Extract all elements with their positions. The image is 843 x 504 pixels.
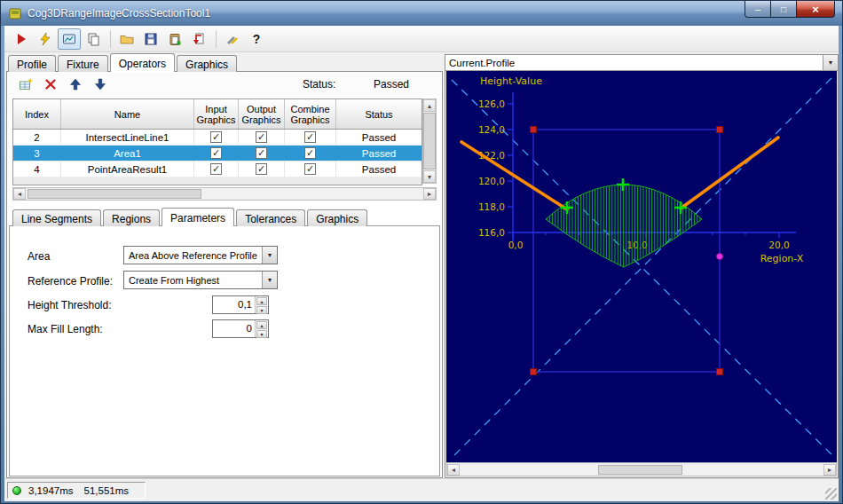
checkbox-output-graphics[interactable]: ✓: [256, 131, 267, 143]
table-horizontal-scrollbar[interactable]: ◂ ▸: [12, 187, 437, 201]
parameters-page: Area Area Above Reference Profile ▾ Refe…: [9, 225, 440, 476]
window-title: Cog3DRangeImageCrossSectionTool1: [28, 7, 210, 20]
checkbox-input-graphics[interactable]: ✓: [210, 163, 222, 175]
x-tick-label: 0,0: [508, 240, 524, 250]
reference-profile-combobox[interactable]: Create From Highest ▾: [123, 271, 278, 289]
tab-graphics-sub[interactable]: Graphics: [307, 209, 367, 226]
scrollbar-thumb[interactable]: [423, 113, 436, 169]
column-header-combine-graphics[interactable]: Combine Graphics: [285, 99, 336, 129]
scroll-left-icon[interactable]: ◂: [13, 188, 26, 200]
column-header-output-graphics[interactable]: Output Graphics: [239, 99, 285, 129]
run-once-button[interactable]: [34, 28, 57, 50]
scrollbar-thumb[interactable]: [598, 465, 682, 475]
column-header-index[interactable]: Index: [13, 99, 61, 129]
scrollbar-thumb[interactable]: [28, 189, 201, 199]
spin-up-icon[interactable]: ▴: [256, 321, 267, 329]
checkbox-combine-graphics[interactable]: ✓: [304, 131, 316, 143]
tab-parameters[interactable]: Parameters: [162, 208, 234, 226]
dropdown-arrow-icon[interactable]: ▾: [262, 247, 277, 264]
record-selector-value: Current.Profile: [445, 55, 823, 70]
reference-profile-value: Create From Highest: [124, 272, 262, 288]
dropdown-arrow-icon[interactable]: ▾: [262, 272, 277, 288]
table-row[interactable]: 4 PointAreaResult1 ✓ ✓ ✓ Passed: [13, 161, 422, 177]
scroll-up-icon[interactable]: ▴: [423, 99, 436, 112]
table-filler: [13, 177, 422, 185]
spin-up-icon[interactable]: ▴: [256, 297, 267, 305]
help-button[interactable]: ?: [245, 28, 268, 50]
height-threshold-value[interactable]: 0,1: [213, 296, 255, 313]
checkbox-combine-graphics[interactable]: ✓: [304, 147, 316, 159]
open-file-button[interactable]: [115, 28, 138, 50]
tab-line-segments[interactable]: Line Segments: [12, 209, 101, 226]
tab-label: Line Segments: [21, 213, 92, 225]
maximize-button[interactable]: □: [771, 1, 796, 18]
cell-status: Passed: [336, 146, 422, 161]
check-icon: ✓: [306, 164, 314, 174]
run-icon: [14, 32, 28, 46]
record-selector[interactable]: Current.Profile ▾: [445, 55, 838, 71]
paste-button[interactable]: [163, 28, 186, 50]
check-icon: ✓: [212, 164, 220, 174]
delete-operator-button[interactable]: [40, 75, 61, 94]
close-button[interactable]: ×: [796, 1, 835, 18]
scroll-left-icon[interactable]: ◂: [447, 464, 460, 476]
tab-tolerances[interactable]: Tolerances: [236, 209, 305, 226]
area-combobox[interactable]: Area Above Reference Profile ▾: [123, 246, 278, 264]
x-tick-label: 20,0: [768, 240, 789, 250]
tab-graphics[interactable]: Graphics: [177, 55, 237, 72]
measure-tool-button[interactable]: [221, 28, 244, 50]
resize-grip[interactable]: [825, 488, 837, 500]
save-file-button[interactable]: [139, 28, 162, 50]
status-bar: 3,1947ms 51,551ms: [4, 478, 839, 501]
checkbox-input-graphics[interactable]: ✓: [210, 131, 222, 143]
tab-label: Graphics: [185, 59, 228, 71]
spin-down-icon[interactable]: ▾: [256, 330, 267, 338]
arrow-down-icon: [93, 77, 107, 91]
help-icon: ?: [253, 32, 261, 46]
column-header-status[interactable]: Status: [336, 99, 422, 129]
spin-down-icon[interactable]: ▾: [256, 306, 267, 314]
profile-plot-canvas[interactable]: Height-Value 126,0 124,0 122,0 120,0 118…: [446, 71, 837, 462]
copy-view-button[interactable]: [82, 28, 105, 50]
client-area: ? Profile Fixture Operators Graphics: [4, 26, 839, 500]
minimize-button[interactable]: –: [745, 1, 771, 18]
maximize-icon: □: [781, 4, 786, 14]
table-vertical-scrollbar[interactable]: ▴ ▾: [422, 98, 437, 184]
tab-operators[interactable]: Operators: [110, 53, 175, 72]
max-fill-length-spinner[interactable]: 0 ▴ ▾: [212, 319, 269, 338]
checkbox-output-graphics[interactable]: ✓: [256, 147, 267, 159]
checkbox-output-graphics[interactable]: ✓: [256, 163, 267, 175]
checkbox-input-graphics[interactable]: ✓: [210, 147, 222, 159]
copy-icon: [86, 32, 100, 46]
tab-fixture[interactable]: Fixture: [58, 55, 108, 72]
table-row[interactable]: 2 IntersectLineLine1 ✓ ✓ ✓ Passed: [13, 130, 422, 146]
checkbox-combine-graphics[interactable]: ✓: [304, 163, 316, 175]
check-icon: ✓: [306, 148, 314, 158]
execution-time: 3,1947ms: [28, 485, 74, 496]
scroll-right-icon[interactable]: ▸: [423, 188, 436, 200]
run-button[interactable]: [10, 28, 33, 50]
move-down-button[interactable]: [90, 75, 111, 94]
dropdown-arrow-icon[interactable]: ▾: [823, 55, 838, 70]
cell-name: IntersectLineLine1: [61, 130, 194, 145]
table-row-selected[interactable]: 3 Area1 ✓ ✓ ✓ Passed: [13, 146, 422, 161]
add-operator-button[interactable]: [15, 75, 36, 94]
plot-horizontal-scrollbar[interactable]: ◂ ▸: [446, 462, 837, 476]
tab-regions[interactable]: Regions: [103, 209, 160, 226]
table-header-row: Index Name Input Graphics Output Graphic…: [13, 99, 422, 130]
show-tool-image-button[interactable]: [58, 28, 81, 50]
import-button[interactable]: [187, 28, 210, 50]
max-fill-length-value[interactable]: 0: [213, 320, 255, 337]
main-tab-strip: Profile Fixture Operators Graphics: [8, 53, 239, 72]
move-up-button[interactable]: [65, 75, 86, 94]
operators-toolbar: Status: Passed: [8, 73, 441, 96]
height-threshold-spinner[interactable]: 0,1 ▴ ▾: [212, 295, 269, 314]
check-icon: ✓: [212, 148, 220, 158]
scroll-down-icon[interactable]: ▾: [423, 170, 436, 183]
caliper-icon: [225, 32, 240, 46]
tab-profile[interactable]: Profile: [8, 55, 56, 72]
column-header-name[interactable]: Name: [61, 99, 194, 129]
height-threshold-label: Height Threshold:: [28, 299, 112, 311]
scroll-right-icon[interactable]: ▸: [823, 464, 836, 476]
column-header-input-graphics[interactable]: Input Graphics: [194, 99, 239, 129]
